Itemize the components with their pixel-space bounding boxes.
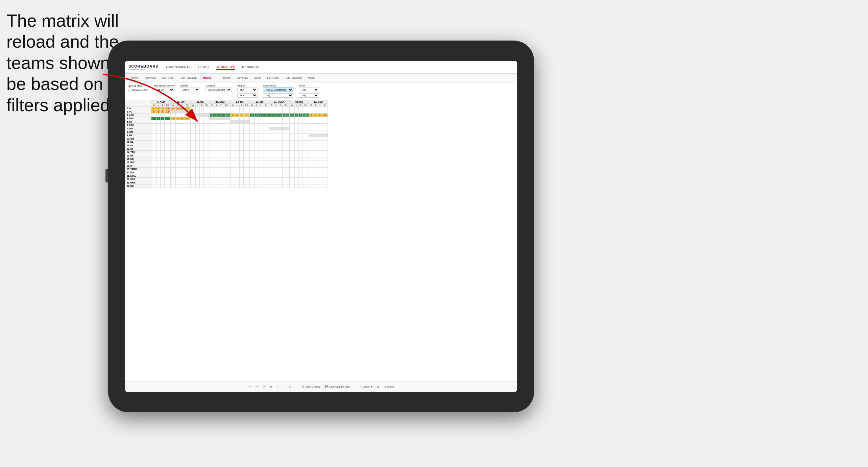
cell-w: 0	[230, 164, 235, 168]
cell-empty	[239, 107, 243, 110]
tab-summary[interactable]: Summary	[142, 75, 159, 80]
cell-t: 0	[318, 164, 322, 168]
tab-detail[interactable]: Detail	[251, 75, 264, 80]
cell-t: 0	[199, 141, 203, 144]
gender-label: Gender	[180, 84, 200, 87]
region-select[interactable]: N/A	[237, 88, 258, 92]
cell-t: 0	[239, 157, 243, 161]
cell-empty	[243, 147, 249, 151]
zoom-out-btn[interactable]: −	[282, 385, 286, 389]
cell-empty	[314, 117, 318, 120]
conference-select[interactable]: Pac-12 Conference	[263, 88, 293, 92]
cell-l: 0	[176, 107, 180, 110]
cell-empty	[171, 168, 176, 171]
tab-players[interactable]: Players	[219, 75, 233, 80]
save-custom-btn[interactable]: 💾 Save Custom View	[324, 385, 352, 389]
undo-btn[interactable]: ↩	[247, 385, 252, 389]
nav-rankings[interactable]: RANKINGS	[242, 65, 259, 70]
cell-empty	[269, 174, 274, 178]
tab-teams[interactable]: Teams	[128, 75, 141, 80]
zoom-in-btn[interactable]: +	[275, 385, 280, 389]
refresh-btn[interactable]: ⟳	[261, 385, 266, 389]
cell-empty	[263, 141, 269, 144]
cell-empty	[269, 151, 274, 154]
max-teams-select[interactable]: Top 25	[154, 88, 174, 92]
team-sub-select[interactable]: (All)	[299, 93, 319, 98]
cell-dif	[184, 161, 190, 164]
cell-empty	[165, 151, 171, 154]
cell-l: 2	[235, 185, 239, 188]
tab-h2h-heatmap[interactable]: H2H Heatmap	[177, 75, 199, 80]
cell-dif: 33	[223, 164, 230, 168]
region-sub-select[interactable]: N/A	[237, 93, 258, 98]
cell-empty	[303, 141, 309, 144]
nav-committee[interactable]: COMMITTEE	[216, 65, 236, 70]
table-row: 8. UAF010140101510011	[125, 130, 328, 134]
row-label: 20. UG	[125, 171, 151, 174]
conference-sub-select[interactable]: (All)	[263, 93, 293, 98]
cell-empty	[219, 110, 223, 114]
cell-empty	[289, 154, 294, 157]
share-btn[interactable]: ↗ Share	[383, 385, 395, 389]
redo-btn[interactable]: ↪	[254, 385, 259, 389]
cell-l: 0	[255, 114, 259, 117]
cell-empty	[204, 137, 210, 141]
cell-t: 0	[180, 164, 184, 168]
tab-players-h2h-grid[interactable]: H2H Grid	[265, 75, 281, 80]
watch-btn[interactable]: 👁 Watch ▾	[358, 385, 373, 389]
tab-players-summary[interactable]: Summary	[234, 75, 251, 80]
logo-title: SCOREBOARD	[128, 64, 159, 68]
cell-empty	[318, 141, 322, 144]
cell-w: 0	[210, 130, 215, 134]
compact-view-radio[interactable]	[128, 89, 131, 92]
cell-empty	[210, 127, 215, 130]
tab-matrix[interactable]: Matrix	[200, 75, 214, 80]
grid-btn[interactable]: ⊞	[376, 385, 381, 389]
compact-view-option[interactable]: Compact View	[128, 89, 148, 92]
nav-tournaments[interactable]: TOURNAMENTS	[165, 65, 191, 70]
cell-empty	[204, 168, 210, 171]
tab-h2h-grid[interactable]: H2H Grid	[160, 75, 176, 80]
cell-empty	[215, 107, 219, 110]
full-view-radio[interactable]	[128, 85, 131, 88]
cell-empty	[249, 154, 255, 157]
cell-empty	[263, 130, 269, 134]
cell-empty	[243, 107, 249, 110]
cell-empty	[171, 151, 176, 154]
cell-empty	[314, 161, 318, 164]
tab-players-matrix[interactable]: Matrix	[305, 75, 318, 80]
cell-l: 2	[215, 151, 219, 154]
cell-w: 0	[289, 147, 294, 151]
cell-t: 0	[199, 164, 203, 168]
cell-l: 5	[294, 137, 298, 141]
cell-empty	[190, 120, 195, 124]
add-btn[interactable]: ⊕	[268, 385, 273, 389]
cell-empty	[165, 171, 171, 174]
cell-empty	[303, 185, 309, 188]
cell-empty	[230, 141, 235, 144]
cell-empty	[318, 134, 322, 137]
cell-empty	[278, 181, 282, 185]
team-select[interactable]: (All)	[299, 88, 319, 92]
division-select[interactable]: NCAA Division I	[206, 88, 232, 92]
gender-select[interactable]: Men's	[180, 88, 200, 92]
target-btn[interactable]: ◎	[288, 385, 293, 389]
cell-empty	[156, 137, 160, 141]
cell-empty	[249, 130, 255, 134]
full-view-option[interactable]: Full View	[128, 84, 148, 88]
cell-t: 0	[180, 181, 184, 185]
cell-empty	[180, 178, 184, 181]
cell-empty	[278, 134, 282, 137]
cell-empty	[210, 144, 215, 147]
cell-empty	[309, 107, 314, 110]
cell-empty	[235, 134, 239, 137]
view-original-btn[interactable]: 📋 View: Original	[299, 385, 321, 389]
cell-empty	[215, 141, 219, 144]
cell-dif	[243, 181, 249, 185]
cell-l: 0	[195, 141, 199, 144]
cell-empty	[294, 141, 298, 144]
tab-players-h2h-heatmap[interactable]: H2H Heatmap	[282, 75, 305, 80]
cell-empty	[165, 161, 171, 164]
cell-empty	[322, 127, 328, 130]
nav-teams[interactable]: TEAMS	[197, 65, 209, 70]
